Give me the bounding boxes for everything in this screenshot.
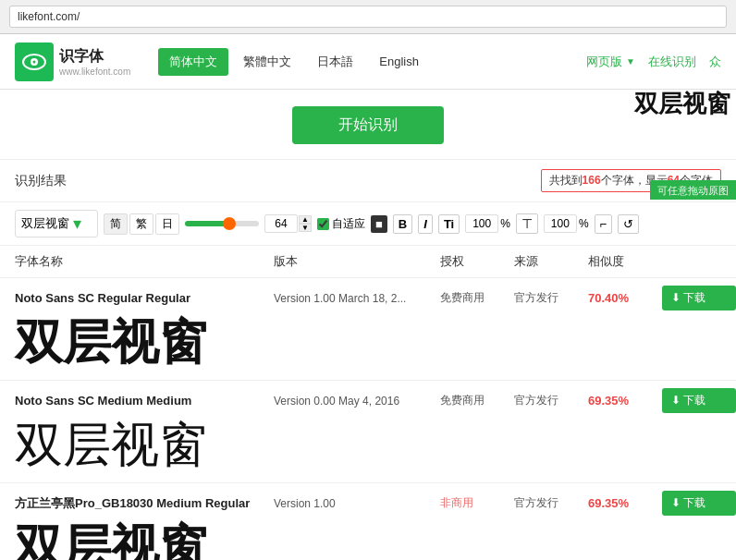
nav-tab-english[interactable]: English bbox=[368, 49, 430, 74]
font-similarity-1: 69.35% bbox=[588, 394, 662, 408]
font-selector[interactable]: 双层视窗 ▾ bbox=[15, 210, 98, 237]
promo-badge: 可任意拖动原图 bbox=[650, 180, 736, 200]
font-license-0: 免费商用 bbox=[440, 290, 514, 306]
col-similarity: 相似度 bbox=[588, 253, 662, 270]
size-input[interactable] bbox=[264, 214, 298, 233]
nav-webpage[interactable]: 网页版 ▼ bbox=[586, 54, 635, 70]
pct2-input[interactable] bbox=[544, 214, 577, 233]
font-table-header: 字体名称 版本 授权 来源 相似度 bbox=[0, 246, 736, 278]
font-preview-1: 双层视窗 bbox=[15, 415, 721, 475]
font-preview-0: 双层视窗 bbox=[15, 312, 721, 372]
italic-btn[interactable]: I bbox=[418, 214, 433, 234]
logo-sub: www.likefont.com bbox=[59, 67, 130, 77]
script-btn-traditional[interactable]: 繁 bbox=[129, 213, 153, 235]
logo-text: 识字体 www.likefont.com bbox=[59, 47, 130, 77]
font-source-0: 官方发行 bbox=[514, 290, 588, 306]
height-icon-btn[interactable]: ⊤ bbox=[516, 213, 538, 234]
promo-container: 可任意拖动原图 双层视窗 bbox=[634, 90, 736, 118]
font-license-1: 免费商用 bbox=[440, 393, 514, 408]
size-spinner: ▲ ▼ bbox=[299, 215, 312, 232]
font-version-0: Version 1.00 March 18, 2... bbox=[274, 292, 440, 305]
size-slider-track[interactable] bbox=[185, 221, 259, 226]
download-btn-2[interactable]: ⬇ 下载 bbox=[662, 491, 736, 516]
dropdown-icon: ▼ bbox=[626, 56, 635, 67]
download-btn-0[interactable]: ⬇ 下载 bbox=[662, 286, 736, 310]
size-input-group: ▲ ▼ bbox=[264, 214, 312, 233]
font-row-2: 方正兰亭黑Pro_GB18030 Medium Regular Version … bbox=[0, 483, 736, 560]
font-similarity-0: 70.40% bbox=[588, 291, 662, 305]
results-label: 识别结果 bbox=[15, 173, 67, 189]
size-slider-thumb[interactable] bbox=[223, 217, 236, 230]
font-selector-value: 双层视窗 bbox=[21, 215, 69, 232]
font-row-meta-0: Noto Sans SC Regular Regular Version 1.0… bbox=[15, 286, 721, 310]
font-license-2: 非商用 bbox=[440, 495, 514, 511]
pct1-input[interactable] bbox=[465, 214, 498, 233]
font-row-meta-1: Noto Sans SC Medium Medium Version 0.00 … bbox=[15, 388, 721, 413]
logo-icon bbox=[15, 43, 54, 81]
corner-icon-btn[interactable]: ⌐ bbox=[595, 214, 613, 234]
nav-tab-traditional[interactable]: 繁體中文 bbox=[232, 48, 302, 76]
script-buttons: 简 繁 日 bbox=[104, 213, 179, 235]
col-action bbox=[662, 253, 736, 270]
bold-btn[interactable]: B bbox=[393, 214, 412, 234]
auto-fit-checkbox[interactable] bbox=[317, 218, 329, 230]
promo-title: 双层视窗 bbox=[634, 90, 730, 118]
nav-tab-simplified[interactable]: 简体中文 bbox=[158, 48, 228, 76]
pct1-group: % bbox=[465, 214, 510, 233]
toolbar: 双层视窗 ▾ 简 繁 日 ▲ ▼ 自适应 ■ B I Ti bbox=[0, 202, 736, 246]
font-preview-2: 双层视窗 bbox=[15, 517, 721, 560]
webpage-label: 网页版 bbox=[586, 54, 622, 70]
logo[interactable]: 识字体 www.likefont.com bbox=[15, 43, 130, 81]
pct2-group: % bbox=[544, 214, 589, 233]
svg-point-2 bbox=[33, 60, 36, 63]
promo-area: 开始识别 可任意拖动原图 双层视窗 bbox=[0, 90, 736, 160]
col-source: 来源 bbox=[514, 253, 588, 270]
nav-right: 网页版 ▼ 在线识别 众 bbox=[586, 54, 721, 70]
browser-bar: likefont.com/ bbox=[0, 0, 736, 34]
auto-fit-text: 自适应 bbox=[332, 216, 365, 232]
font-source-2: 官方发行 bbox=[514, 495, 588, 511]
script-btn-japanese[interactable]: 日 bbox=[155, 213, 179, 235]
main-content: 开始识别 可任意拖动原图 双层视窗 识别结果 共找到166个字体，显示64个字体… bbox=[0, 90, 736, 560]
dropdown-arrow-icon: ▾ bbox=[73, 213, 81, 234]
font-row: Noto Sans SC Regular Regular Version 1.0… bbox=[0, 278, 736, 381]
font-name-2: 方正兰亭黑Pro_GB18030 Medium Regular bbox=[15, 495, 274, 512]
col-version: 版本 bbox=[274, 253, 440, 270]
nav-tab-japanese[interactable]: 日本語 bbox=[306, 48, 364, 76]
col-name: 字体名称 bbox=[15, 253, 274, 270]
header: 识字体 www.likefont.com 简体中文 繁體中文 日本語 Engli… bbox=[0, 34, 736, 90]
start-area: 开始识别 bbox=[0, 90, 736, 160]
slider-area bbox=[185, 221, 259, 226]
font-name-1: Noto Sans SC Medium Medium bbox=[15, 394, 274, 408]
font-source-1: 官方发行 bbox=[514, 393, 588, 408]
font-version-1: Version 0.00 May 4, 2016 bbox=[274, 395, 440, 408]
download-btn-1[interactable]: ⬇ 下载 bbox=[662, 388, 736, 413]
nav-tabs: 简体中文 繁體中文 日本語 English bbox=[158, 48, 430, 76]
nav-online-recognize[interactable]: 在线识别 bbox=[648, 54, 696, 70]
font-row-meta-2: 方正兰亭黑Pro_GB18030 Medium Regular Version … bbox=[15, 491, 721, 516]
size-down-btn[interactable]: ▼ bbox=[299, 224, 312, 232]
font-similarity-2: 69.35% bbox=[588, 496, 662, 510]
results-header: 识别结果 共找到166个字体，显示64个字体 bbox=[0, 160, 736, 202]
font-version-2: Version 1.00 bbox=[274, 497, 440, 510]
count-highlight: 166 bbox=[583, 174, 601, 187]
font-row-1: Noto Sans SC Medium Medium Version 0.00 … bbox=[0, 381, 736, 483]
fill-btn[interactable]: ■ bbox=[371, 215, 387, 233]
pct1-sign: % bbox=[500, 217, 510, 230]
auto-fit-label[interactable]: 自适应 bbox=[317, 216, 365, 232]
nav-crowd[interactable]: 众 bbox=[709, 54, 721, 70]
script-btn-simplified[interactable]: 简 bbox=[104, 213, 128, 235]
col-license: 授权 bbox=[440, 253, 514, 270]
pct2-sign: % bbox=[579, 217, 589, 230]
font-name-0: Noto Sans SC Regular Regular bbox=[15, 291, 274, 305]
url-bar[interactable]: likefont.com/ bbox=[9, 6, 727, 28]
ti-btn[interactable]: Ti bbox=[438, 214, 460, 234]
start-button[interactable]: 开始识别 bbox=[292, 106, 444, 144]
logo-name: 识字体 bbox=[59, 47, 130, 67]
undo-btn[interactable]: ↺ bbox=[618, 214, 639, 234]
size-up-btn[interactable]: ▲ bbox=[299, 215, 312, 224]
